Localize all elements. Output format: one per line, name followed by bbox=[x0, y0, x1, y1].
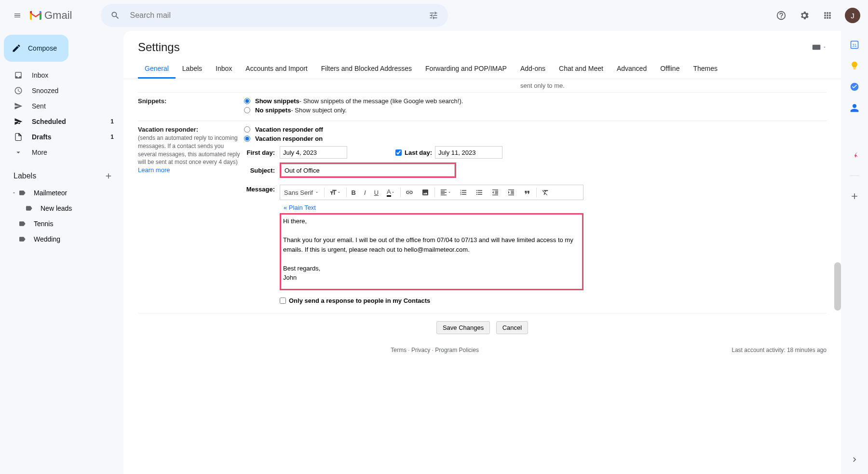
apps-icon bbox=[823, 11, 832, 20]
tab-accounts[interactable]: Accounts and Import bbox=[239, 60, 314, 79]
numbered-list-button[interactable] bbox=[456, 185, 472, 200]
sidebar-item-snoozed[interactable]: Snoozed bbox=[4, 83, 120, 98]
tasks-button[interactable] bbox=[850, 82, 859, 92]
contacts-button[interactable] bbox=[850, 103, 859, 113]
calendar-button[interactable]: 31 bbox=[850, 40, 859, 49]
font-family-button[interactable]: Sans Serif bbox=[280, 185, 323, 200]
scrollbar[interactable] bbox=[834, 262, 841, 311]
person-icon bbox=[850, 103, 859, 113]
last-day-input[interactable] bbox=[435, 146, 502, 159]
radio-show-snippets[interactable] bbox=[244, 98, 250, 104]
message-textarea[interactable]: Hi there, Thank you for your email. I wi… bbox=[280, 213, 583, 290]
search-bar[interactable] bbox=[101, 4, 448, 27]
first-day-input[interactable] bbox=[280, 146, 347, 159]
draft-icon bbox=[14, 133, 23, 141]
hide-panel-button[interactable] bbox=[850, 455, 859, 464]
plus-icon bbox=[850, 191, 859, 201]
tab-filters[interactable]: Filters and Blocked Addresses bbox=[314, 60, 419, 79]
quote-button[interactable] bbox=[519, 185, 535, 200]
indent-less-button[interactable] bbox=[488, 185, 503, 200]
cut-off-text: sent only to me. bbox=[138, 79, 827, 92]
bullet-list-button[interactable] bbox=[472, 185, 488, 200]
svg-rect-0 bbox=[813, 45, 821, 50]
dropdown-icon bbox=[448, 190, 451, 194]
sidebar-item-drafts[interactable]: Drafts1 bbox=[4, 129, 120, 145]
keep-button[interactable] bbox=[850, 61, 859, 70]
keyboard-icon bbox=[812, 44, 821, 50]
svg-text:31: 31 bbox=[852, 43, 857, 48]
text-color-button[interactable]: A bbox=[383, 185, 399, 200]
main-menu-button[interactable] bbox=[8, 6, 27, 25]
get-addons-button[interactable] bbox=[850, 191, 859, 201]
tab-chat[interactable]: Chat and Meet bbox=[552, 60, 610, 79]
settings-tabs: General Labels Inbox Accounts and Import… bbox=[123, 60, 841, 79]
addon-button[interactable] bbox=[850, 150, 859, 160]
label-tennis[interactable]: Tennis bbox=[4, 216, 120, 231]
account-avatar[interactable]: J bbox=[845, 8, 860, 23]
bold-button[interactable]: B bbox=[348, 185, 360, 200]
dropdown-icon bbox=[337, 190, 341, 194]
add-label-button[interactable] bbox=[104, 172, 113, 180]
search-input[interactable] bbox=[125, 11, 424, 20]
tab-inbox[interactable]: Inbox bbox=[209, 60, 239, 79]
subject-input[interactable] bbox=[281, 164, 455, 176]
sidebar-item-scheduled[interactable]: Scheduled1 bbox=[4, 114, 120, 129]
learn-more-link[interactable]: Learn more bbox=[138, 166, 244, 174]
text-size-icon bbox=[329, 189, 337, 196]
sidebar-item-inbox[interactable]: Inbox bbox=[4, 68, 120, 83]
sidebar-item-sent[interactable]: Sent bbox=[4, 98, 120, 114]
cancel-button[interactable]: Cancel bbox=[496, 321, 528, 334]
main-content: Settings General Labels Inbox Accounts a… bbox=[123, 31, 841, 474]
tab-labels[interactable]: Labels bbox=[176, 60, 209, 79]
plus-icon bbox=[104, 172, 113, 180]
underline-button[interactable]: U bbox=[370, 185, 383, 200]
save-button[interactable]: Save Changes bbox=[436, 321, 490, 334]
tab-advanced[interactable]: Advanced bbox=[610, 60, 653, 79]
vacation-desc: (sends an automated reply to incoming me… bbox=[138, 134, 244, 166]
gear-icon bbox=[799, 10, 810, 21]
support-button[interactable] bbox=[772, 6, 791, 25]
contacts-only-checkbox[interactable] bbox=[280, 298, 286, 304]
align-button[interactable] bbox=[436, 185, 456, 200]
apps-button[interactable] bbox=[818, 6, 837, 25]
label-new-leads[interactable]: New leads bbox=[4, 201, 120, 216]
tab-addons[interactable]: Add-ons bbox=[514, 60, 552, 79]
indent-more-button[interactable] bbox=[503, 185, 519, 200]
plain-text-link[interactable]: « Plain Text bbox=[284, 204, 316, 211]
snippets-title: Snippets: bbox=[138, 97, 166, 105]
settings-button[interactable] bbox=[795, 6, 814, 25]
inbox-icon bbox=[14, 71, 23, 80]
meteor-icon bbox=[850, 150, 859, 160]
footer-links[interactable]: Terms · Privacy · Program Policies bbox=[391, 347, 479, 353]
image-button[interactable] bbox=[418, 185, 434, 200]
compose-button[interactable]: Compose bbox=[4, 35, 68, 62]
link-icon bbox=[406, 189, 413, 196]
sidebar-item-more[interactable]: More bbox=[4, 145, 120, 160]
footer: Terms · Privacy · Program Policies Last … bbox=[138, 342, 827, 353]
tab-offline[interactable]: Offline bbox=[653, 60, 686, 79]
font-size-button[interactable] bbox=[326, 185, 345, 200]
remove-format-button[interactable] bbox=[538, 185, 554, 200]
radio-vacation-off[interactable] bbox=[244, 126, 250, 133]
tab-general[interactable]: General bbox=[138, 60, 176, 79]
last-day-checkbox[interactable] bbox=[395, 149, 402, 156]
label-mailmeteor[interactable]: Mailmeteor bbox=[4, 185, 120, 201]
label-icon bbox=[18, 220, 26, 228]
align-icon bbox=[440, 189, 448, 196]
search-options-button[interactable] bbox=[424, 6, 443, 25]
tab-themes[interactable]: Themes bbox=[686, 60, 724, 79]
input-tools-button[interactable] bbox=[812, 44, 827, 50]
indent-increase-icon bbox=[507, 189, 515, 196]
chevron-down-icon bbox=[14, 148, 23, 157]
link-button[interactable] bbox=[402, 185, 418, 200]
gmail-logo[interactable]: Gmail bbox=[29, 9, 72, 22]
italic-button[interactable]: I bbox=[360, 185, 370, 200]
radio-no-snippets[interactable] bbox=[244, 107, 250, 113]
tab-forwarding[interactable]: Forwarding and POP/IMAP bbox=[419, 60, 514, 79]
tune-icon bbox=[429, 11, 438, 20]
label-icon bbox=[18, 235, 26, 243]
footer-activity: Last account activity: 18 minutes ago bbox=[732, 347, 827, 353]
label-wedding[interactable]: Wedding bbox=[4, 231, 120, 247]
search-button[interactable] bbox=[106, 6, 125, 25]
radio-vacation-on[interactable] bbox=[244, 135, 250, 142]
